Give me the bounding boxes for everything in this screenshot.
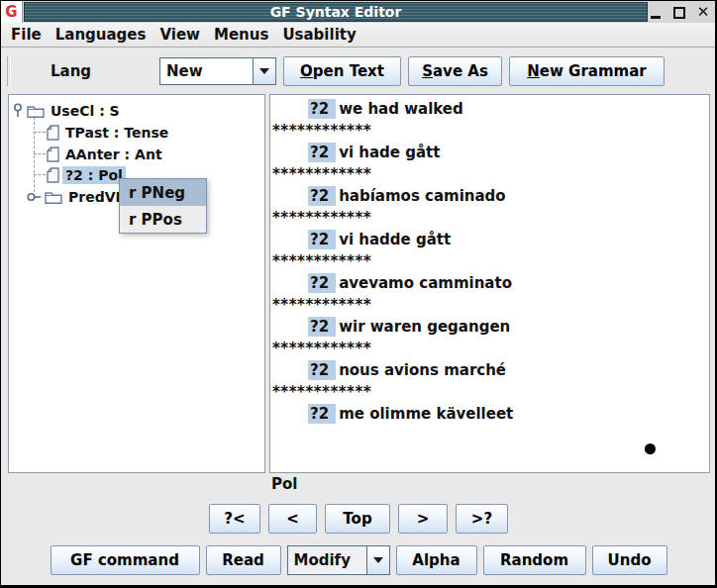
linearization-lines: ?2we had walked ************ ?2vi hade g… <box>272 98 707 425</box>
prev-metavariable-button[interactable]: ?< <box>209 504 260 534</box>
new-grammar-button[interactable]: New Grammar <box>509 56 665 86</box>
save-as-label: Save As <box>422 62 488 80</box>
linearization-text: nous avions marché <box>339 361 506 379</box>
metavariable-token[interactable]: ?2 <box>308 317 336 337</box>
tree-node-label-selected: ?2 : Pol <box>62 166 126 184</box>
read-button[interactable]: Read <box>206 545 281 575</box>
menu-view[interactable]: View <box>153 24 207 46</box>
tree-node-usecl[interactable]: UseCl : S <box>12 100 123 121</box>
open-text-label: Open Text <box>300 62 384 80</box>
maximize-button[interactable] <box>672 5 686 20</box>
undo-button[interactable]: Undo <box>592 545 667 575</box>
status-label: Pol <box>271 475 297 493</box>
popup-item-pneg[interactable]: r PNeg <box>120 179 206 206</box>
separator-line: ************ <box>272 250 707 272</box>
tree-node-predvp[interactable]: PredVP <box>27 186 129 207</box>
chevron-down-icon <box>373 557 383 563</box>
tree-connector-line <box>34 117 35 197</box>
document-icon <box>47 125 59 141</box>
tree-connector-stub <box>34 132 46 133</box>
metavariable-token[interactable]: ?2 <box>308 143 336 162</box>
linearization-line-norwegian: ?2vi hadde gått <box>272 229 707 250</box>
refinement-popup-menu: r PNeg r PPos <box>119 178 207 234</box>
metavariable-token[interactable]: ?2 <box>308 273 336 293</box>
menu-menus[interactable]: Menus <box>207 24 275 46</box>
tree-node-aanter[interactable]: AAnter : Ant <box>47 144 165 164</box>
syntax-tree-panel[interactable]: UseCl : S TPast : Tense AAnter : Ant ?2 … <box>8 94 265 473</box>
menu-file[interactable]: File <box>4 24 49 46</box>
tree-node-label: TPast : Tense <box>62 124 171 142</box>
linearization-line-italian: ?2avevamo camminato <box>272 272 707 294</box>
focus-dot <box>645 443 656 454</box>
menu-usability[interactable]: Usability <box>275 24 362 46</box>
separator-line: ************ <box>272 338 707 359</box>
separator-line: ************ <box>272 120 707 142</box>
tree-node-tpast[interactable]: TPast : Tense <box>47 122 171 143</box>
new-grammar-label: New Grammar <box>527 62 646 80</box>
linearization-text: wir waren gegangen <box>339 318 510 336</box>
window-menu-button[interactable]: G <box>1 1 23 23</box>
tree-collapse-handle[interactable] <box>27 191 42 203</box>
metavariable-token[interactable]: ?2 <box>308 360 336 380</box>
language-combobox-value: New <box>160 58 253 84</box>
separator-line: ************ <box>272 294 707 316</box>
maximize-icon <box>673 7 685 19</box>
tree-connector-stub <box>34 174 46 175</box>
document-icon <box>47 167 59 183</box>
gf-syntax-editor-window: G GF Syntax Editor ✕ File Languages View… <box>0 0 717 588</box>
chevron-down-icon <box>259 68 269 74</box>
language-combobox-arrow-button[interactable] <box>253 58 275 84</box>
linearization-text: vi hade gått <box>339 144 440 161</box>
next-node-button[interactable]: > <box>398 504 448 534</box>
tree-node-pol-selected[interactable]: ?2 : Pol <box>47 164 126 185</box>
open-text-button[interactable]: Open Text <box>283 56 401 86</box>
folder-icon <box>27 104 45 118</box>
linearization-line-finnish: ?2me olimme kävelleet <box>272 403 707 425</box>
modify-combobox[interactable]: Modify <box>287 545 390 575</box>
modify-combobox-arrow-button[interactable] <box>366 546 389 574</box>
close-icon: ✕ <box>697 5 710 20</box>
titlebar: G GF Syntax Editor ✕ <box>1 1 715 23</box>
minimize-button[interactable] <box>649 5 663 20</box>
window-controls: ✕ <box>649 1 710 23</box>
linearization-text: habíamos caminado <box>339 187 506 205</box>
menu-languages[interactable]: Languages <box>49 24 154 46</box>
toolbar-grip[interactable] <box>7 56 11 86</box>
random-button[interactable]: Random <box>483 545 586 575</box>
metavariable-token[interactable]: ?2 <box>308 404 336 424</box>
tree-connector-stub <box>34 153 46 154</box>
title-strip[interactable]: GF Syntax Editor <box>24 2 648 22</box>
metavariable-token[interactable]: ?2 <box>308 99 336 119</box>
alpha-button[interactable]: Alpha <box>396 545 477 575</box>
lang-label: Lang <box>51 49 91 93</box>
document-icon <box>47 147 59 162</box>
minimize-icon <box>651 16 661 19</box>
linearization-text: we had walked <box>339 100 463 118</box>
linearization-text: avevamo camminato <box>339 274 512 292</box>
metavariable-token[interactable]: ?2 <box>308 186 336 206</box>
top-button[interactable]: Top <box>325 504 390 534</box>
tree-node-label: UseCl : S <box>48 102 123 120</box>
command-row: GF command Read Modify Alpha Random Undo <box>0 545 717 575</box>
linearization-line-spanish: ?2habíamos caminado <box>272 185 707 207</box>
linearization-panel[interactable]: ?2we had walked ************ ?2vi hade g… <box>269 94 710 473</box>
separator-line: ************ <box>272 381 707 403</box>
navigation-row: ?< < Top > >? <box>0 504 717 534</box>
save-as-button[interactable]: Save As <box>408 56 502 86</box>
gf-logo-icon: G <box>5 5 17 20</box>
language-combobox[interactable]: New <box>159 57 276 85</box>
metavariable-token[interactable]: ?2 <box>308 230 336 249</box>
tree-expand-handle[interactable] <box>12 103 24 118</box>
next-metavariable-button[interactable]: >? <box>456 504 508 534</box>
modify-combobox-value: Modify <box>288 546 366 574</box>
window-title: GF Syntax Editor <box>270 4 402 20</box>
linearization-line-french: ?2nous avions marché <box>272 359 707 381</box>
linearization-text: vi hadde gått <box>339 231 451 248</box>
prev-node-button[interactable]: < <box>268 504 317 534</box>
menubar: File Languages View Menus Usability <box>1 23 715 48</box>
popup-item-ppos[interactable]: r PPos <box>120 206 206 233</box>
toolbar: Lang New Open Text Save As New Grammar <box>1 49 715 93</box>
tree-node-label: AAnter : Ant <box>62 146 165 163</box>
gf-command-button[interactable]: GF command <box>51 545 200 575</box>
close-button[interactable]: ✕ <box>696 5 710 20</box>
